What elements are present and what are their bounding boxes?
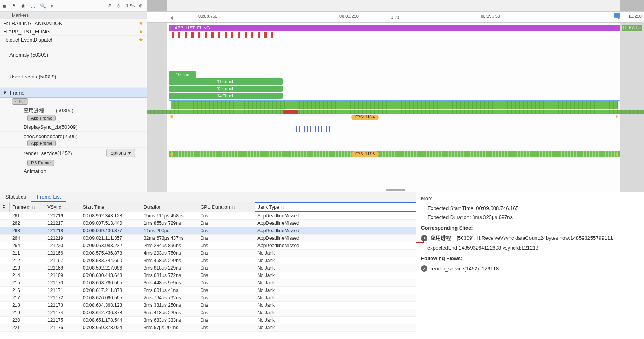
col-vsync[interactable]: VSync↑↓ bbox=[45, 202, 80, 212]
table-row[interactable]: 21412116900:08.600.443.6483ms 681µs 772n… bbox=[0, 272, 416, 279]
marker-app-list-fling[interactable]: H:APP_LIST_FLING★ bbox=[0, 27, 147, 36]
sort-icon: ↑↓ bbox=[63, 205, 67, 210]
table-row[interactable]: 22012117500:08.651.178.5443ms 683µs 333n… bbox=[0, 317, 416, 324]
options-dropdown[interactable]: options▾ bbox=[106, 149, 135, 157]
chevron-down-icon: ▼ bbox=[2, 90, 7, 96]
sort-icon: ↑↓ bbox=[31, 205, 35, 210]
col-frame[interactable]: Frame #↑↓ bbox=[10, 202, 45, 212]
arrow-right-icon bbox=[616, 152, 618, 156]
sceneboard-row[interactable]: ohos.sceneboard(2595) App Frame bbox=[0, 132, 147, 148]
following-flow[interactable]: ↗ render_service(1452): 129118 bbox=[421, 264, 639, 273]
zoom-in-icon[interactable]: ⊕ bbox=[139, 3, 144, 9]
globe-icon[interactable]: ◉ bbox=[21, 3, 27, 9]
undo-icon[interactable]: ↺ bbox=[107, 3, 113, 9]
expected-end: expectedEnd:148593264122808 vsyncId:1212… bbox=[421, 243, 639, 252]
detail-more: More bbox=[421, 195, 639, 204]
table-row[interactable]: 21612117100:08.617.211.8782ms 601µs 41ns… bbox=[0, 287, 416, 294]
table-row[interactable]: 21312116800:08.592.217.0863ms 818µs 229n… bbox=[0, 264, 416, 272]
frame-section-header[interactable]: ▼ Frame bbox=[0, 88, 147, 98]
table-row[interactable]: 26212121700:09.007.513.4401ms 855µs 729n… bbox=[0, 220, 416, 227]
sort-icon: ↑↓ bbox=[232, 205, 235, 210]
time-ruler[interactable]: 00:08.750 00:09.250 00:09.750 10.250 1.7… bbox=[147, 12, 644, 23]
table-row[interactable]: 22112117600:08.659.378.0243ms 57µs 291ns… bbox=[0, 324, 416, 332]
event-touch-14[interactable]: 14:Touch bbox=[169, 93, 283, 99]
panel-drag-handle[interactable] bbox=[386, 189, 405, 191]
stop-icon[interactable]: ◼ bbox=[2, 3, 8, 9]
table-row[interactable]: 21112116600:08.575.436.8784ms 293µs 750n… bbox=[0, 250, 416, 257]
col-duration[interactable]: Duration↑↓ bbox=[141, 202, 198, 212]
star-icon[interactable]: ★ bbox=[139, 20, 144, 26]
table-row[interactable]: 21212116700:08.583.744.6903ms 468µs 229n… bbox=[0, 257, 416, 264]
table-row[interactable]: 21512117000:08.608.766.5653ms 448µs 959n… bbox=[0, 279, 416, 287]
table-row[interactable]: 26412122000:09.053.983.2322ms 234µs 896n… bbox=[0, 242, 416, 250]
expected-start: Expected Start Time: 00:09.008.746.165 bbox=[421, 204, 639, 213]
detail-panel: More Expected Start Time: 00:09.008.746.… bbox=[416, 192, 644, 339]
table-row[interactable]: 26412121900:09.021.111.35732ms 673µs 437… bbox=[0, 235, 416, 242]
star-icon[interactable]: ★ bbox=[139, 28, 144, 35]
flag-icon[interactable]: ⚑ bbox=[12, 3, 17, 9]
tab-statistics[interactable]: Statistics bbox=[0, 192, 31, 202]
table-row[interactable]: 26312121800:09.009.436.87711ms 200µs0nsA… bbox=[0, 227, 416, 235]
overview-strip[interactable] bbox=[147, 0, 644, 12]
event-touch-11[interactable]: 11:Touch bbox=[169, 78, 283, 85]
toolbar: ◼ ⚑ ◉ ⛶ 🔍 ▼ ↺ ⊖ 1.9s ⊕ bbox=[0, 0, 147, 12]
anomaly-section[interactable]: Anomaly (50309) bbox=[0, 44, 147, 66]
jank-segment[interactable] bbox=[283, 110, 298, 114]
annotation-box bbox=[416, 235, 424, 243]
col-gpu-duration[interactable]: GPU Duration↑↓ bbox=[198, 202, 255, 212]
display-sync-row[interactable]: DisplaySync_cb(50309) bbox=[0, 122, 147, 132]
fps-badge-1: FPS: 118.4 bbox=[351, 115, 379, 120]
tab-frame-list[interactable]: Frame List bbox=[31, 192, 66, 202]
event-pan[interactable]: 10:Pan bbox=[169, 71, 196, 78]
jump-icon[interactable]: ↗ bbox=[421, 265, 427, 272]
table-row[interactable]: 26112121600:08.992.343.12815ms 111µs 458… bbox=[0, 212, 416, 220]
timeline[interactable]: 00:08.750 00:09.250 00:09.750 10.250 1.7… bbox=[147, 0, 644, 192]
col-jank-type[interactable]: Jank Type↑↓ bbox=[255, 202, 416, 212]
table-body[interactable]: 26112121600:08.992.343.12815ms 111µs 458… bbox=[0, 212, 416, 339]
table-row[interactable]: 21812117300:08.634.368.1283ms 331µs 250n… bbox=[0, 302, 416, 309]
corresponding-slice-heading: Corresponding Slice: bbox=[421, 222, 639, 233]
bottom-tabs: Statistics Frame List bbox=[0, 192, 416, 202]
app-frame-badge-2: App Frame bbox=[27, 140, 56, 146]
app-frame-badge: App Frame bbox=[27, 115, 56, 121]
event-touch-12[interactable]: 12:Touch bbox=[169, 86, 283, 92]
fps-badge-2: FPS: 117.8 bbox=[351, 151, 379, 157]
app-process-row[interactable]: 应用进程(50309) App Frame bbox=[0, 106, 147, 122]
search-icon[interactable]: 🔍 bbox=[40, 3, 46, 9]
corresponding-slice[interactable]: ↗ 应用进程 [50309]: H:ReceiveVsync dataCount… bbox=[421, 233, 639, 243]
following-flows-heading: Following Flows: bbox=[421, 252, 639, 264]
gpu-frame-strip[interactable] bbox=[171, 101, 618, 109]
display-sync-ticks bbox=[296, 126, 343, 132]
star-icon[interactable]: ★ bbox=[139, 36, 144, 43]
table-row[interactable]: 21712117200:08.626.066.5652ms 794µs 792n… bbox=[0, 294, 416, 302]
marker-touch-event-dispatch[interactable]: H:touchEventDispatch★ bbox=[0, 36, 147, 44]
marker-trailing-animation[interactable]: H:TRAILING_ANIMATION★ bbox=[0, 19, 147, 27]
select-icon[interactable]: ⛶ bbox=[31, 3, 36, 9]
expected-duration: Expected Duration: 8ms 323µs 697ns bbox=[421, 213, 639, 222]
sidebar: ◼ ⚑ ◉ ⛶ 🔍 ▼ ↺ ⊖ 1.9s ⊕ Markers H:TRAILIN… bbox=[0, 0, 147, 192]
animation-row[interactable]: Animation bbox=[0, 167, 147, 176]
render-service-strip[interactable] bbox=[169, 151, 620, 157]
gpu-badge: GPU bbox=[12, 98, 28, 105]
zoom-out-icon[interactable]: ⊖ bbox=[117, 3, 122, 9]
user-events-section[interactable]: User Events (50309) bbox=[0, 66, 147, 88]
overview-duration: 1.9s bbox=[126, 3, 135, 9]
touch-event-ticks bbox=[169, 32, 298, 38]
filter-icon[interactable]: ▼ bbox=[49, 3, 55, 9]
col-start[interactable]: Start Time↑↓ bbox=[80, 202, 141, 212]
arrow-right-icon bbox=[616, 115, 618, 118]
sort-icon: ↑↓ bbox=[281, 205, 285, 210]
chevron-down-icon: ▾ bbox=[128, 150, 131, 156]
table-row[interactable]: 21912117400:08.642.736.8783ms 418µs 229n… bbox=[0, 309, 416, 317]
sort-icon: ↑↓ bbox=[163, 205, 167, 210]
arrow-left-icon bbox=[170, 152, 173, 156]
rs-frame-badge: RS Frame bbox=[27, 160, 54, 166]
app-list-fling-bar[interactable]: H:APP_LIST_FLING bbox=[169, 25, 620, 31]
col-p[interactable]: P bbox=[0, 202, 10, 212]
app-frame-strip[interactable] bbox=[147, 110, 644, 114]
render-service-row[interactable]: render_service(1452) options▾ bbox=[0, 148, 147, 159]
table-header: P Frame #↑↓ VSync↑↓ Start Time↑↓ Duratio… bbox=[0, 202, 416, 212]
arrow-left-icon bbox=[170, 115, 173, 118]
sort-icon: ↑↓ bbox=[106, 205, 110, 210]
markers-label: Markers bbox=[0, 12, 147, 19]
